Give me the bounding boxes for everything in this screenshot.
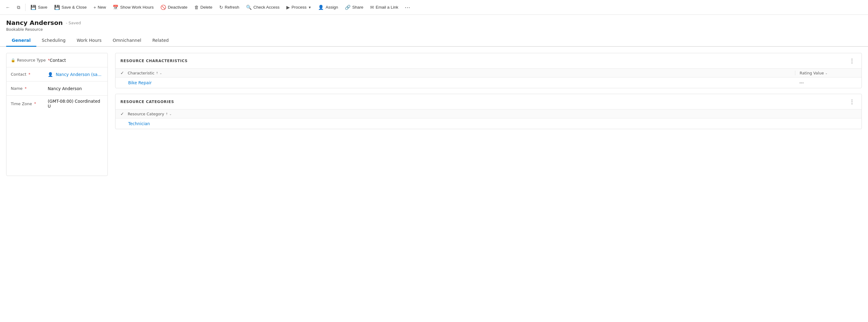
value-contact[interactable]: 👤 Nancy Anderson (sa... bbox=[48, 72, 101, 77]
save-button[interactable]: 💾 Save bbox=[27, 3, 51, 12]
back-button[interactable]: ← bbox=[2, 3, 13, 12]
toolbar-separator-1 bbox=[25, 4, 26, 11]
save-close-button[interactable]: 💾 Save & Close bbox=[51, 3, 90, 12]
value-name: Nancy Anderson bbox=[48, 86, 82, 91]
field-contact: Contact * 👤 Nancy Anderson (sa... bbox=[6, 67, 107, 81]
field-name: Name * Nancy Anderson bbox=[6, 81, 107, 96]
calendar-icon: 📅 bbox=[113, 5, 119, 10]
value-resource-type: Contact bbox=[50, 58, 66, 63]
check-access-button[interactable]: 🔍 Check Access bbox=[243, 3, 283, 12]
toolbar: ← ⧉ 💾 Save 💾 Save & Close + New 📅 Show W… bbox=[0, 0, 868, 15]
share-icon: 🔗 bbox=[345, 5, 351, 10]
lock-icon: 🔒 bbox=[11, 58, 16, 63]
cat-sort-desc-icon[interactable]: ⌄ bbox=[169, 112, 172, 116]
form-section: 🔒 Resource Type * Contact Contact * 👤 Na… bbox=[6, 53, 108, 176]
new-button[interactable]: + New bbox=[91, 3, 109, 12]
back-icon: ← bbox=[5, 5, 10, 10]
resource-characteristics-header: RESOURCE CHARACTERISTICS ⋮ bbox=[116, 53, 862, 69]
assign-icon: 👤 bbox=[318, 5, 324, 10]
label-name: Name * bbox=[11, 86, 48, 91]
value-time-zone: (GMT-08:00) Coordinated U bbox=[48, 99, 103, 109]
email-link-button[interactable]: ✉ Email a Link bbox=[367, 3, 402, 12]
resource-categories-panel: RESOURCE CATEGORIES ⋮ ✓ Resource Categor… bbox=[115, 94, 862, 129]
more-options-button[interactable]: ⋯ bbox=[402, 3, 412, 12]
record-subtitle: Bookable Resource bbox=[6, 27, 862, 32]
resource-categories-title: RESOURCE CATEGORIES bbox=[120, 100, 174, 104]
resource-categories-header: RESOURCE CATEGORIES ⋮ bbox=[116, 94, 862, 109]
sort-desc-icon[interactable]: ⌄ bbox=[159, 71, 162, 75]
table-row: Technician bbox=[116, 118, 862, 129]
row-check-spacer bbox=[120, 121, 124, 126]
category-column-header: Resource Category ↑ ⌄ bbox=[128, 112, 857, 116]
rating-value-column-header: Rating Value ⌄ bbox=[795, 71, 857, 75]
label-time-zone: Time Zone * bbox=[11, 102, 48, 106]
resource-categories-grid-header: ✓ Resource Category ↑ ⌄ bbox=[116, 109, 862, 118]
right-panels: RESOURCE CHARACTERISTICS ⋮ ✓ Characteris… bbox=[115, 53, 862, 176]
rating-value: --- bbox=[795, 80, 857, 85]
record-name: Nancy Anderson bbox=[6, 19, 63, 27]
tab-omnichannel[interactable]: Omnichannel bbox=[107, 35, 147, 47]
deactivate-button[interactable]: 🚫 Deactivate bbox=[157, 3, 191, 12]
assign-button[interactable]: 👤 Assign bbox=[315, 3, 341, 12]
check-access-icon: 🔍 bbox=[246, 5, 252, 10]
tab-scheduling[interactable]: Scheduling bbox=[36, 35, 71, 47]
process-button[interactable]: ▶ Process ▼ bbox=[283, 3, 315, 12]
field-resource-type: 🔒 Resource Type * Contact bbox=[6, 53, 107, 67]
resource-characteristics-title: RESOURCE CHARACTERISTICS bbox=[120, 59, 188, 63]
table-row: Bike Repair --- bbox=[116, 77, 862, 88]
chevron-down-icon: ▼ bbox=[308, 5, 312, 9]
cat-grid-check-icon: ✓ bbox=[120, 111, 124, 116]
save-icon: 💾 bbox=[30, 5, 36, 10]
contact-icon: 👤 bbox=[48, 72, 53, 77]
tab-work-hours[interactable]: Work Hours bbox=[71, 35, 107, 47]
grid-check-icon: ✓ bbox=[120, 70, 124, 75]
saved-status: - Saved bbox=[66, 21, 81, 25]
sort-asc-icon[interactable]: ↑ bbox=[156, 71, 158, 75]
row-check-spacer bbox=[120, 80, 124, 85]
record-title: Nancy Anderson - Saved bbox=[6, 19, 862, 27]
label-contact: Contact * bbox=[11, 72, 48, 77]
tab-related[interactable]: Related bbox=[147, 35, 174, 47]
resource-characteristics-panel: RESOURCE CHARACTERISTICS ⋮ ✓ Characteris… bbox=[115, 53, 862, 88]
required-star: * bbox=[25, 86, 27, 91]
resource-characteristics-grid-header: ✓ Characteristic ↑ ⌄ Rating Value ⌄ bbox=[116, 69, 862, 77]
record-header: Nancy Anderson - Saved Bookable Resource bbox=[0, 15, 868, 32]
refresh-icon: ↻ bbox=[219, 5, 223, 10]
popout-button[interactable]: ⧉ bbox=[14, 3, 23, 12]
required-star: * bbox=[34, 102, 36, 106]
field-time-zone: Time Zone * (GMT-08:00) Coordinated U bbox=[6, 96, 107, 112]
category-value[interactable]: Technician bbox=[128, 121, 857, 126]
tabs: General Scheduling Work Hours Omnichanne… bbox=[0, 35, 868, 47]
popout-icon: ⧉ bbox=[17, 5, 20, 10]
more-icon: ⋯ bbox=[405, 4, 410, 11]
delete-icon: 🗑 bbox=[194, 5, 199, 10]
resource-categories-more-button[interactable]: ⋮ bbox=[847, 98, 857, 106]
required-star: * bbox=[29, 72, 30, 77]
process-icon: ▶ bbox=[286, 5, 290, 10]
rating-sort-icon[interactable]: ⌄ bbox=[825, 71, 828, 75]
email-icon: ✉ bbox=[370, 5, 374, 10]
refresh-button[interactable]: ↻ Refresh bbox=[216, 3, 242, 12]
save-close-icon: 💾 bbox=[54, 5, 60, 10]
share-button[interactable]: 🔗 Share bbox=[342, 3, 366, 12]
main-content: 🔒 Resource Type * Contact Contact * 👤 Na… bbox=[0, 47, 868, 182]
resource-characteristics-more-button[interactable]: ⋮ bbox=[847, 57, 857, 65]
delete-button[interactable]: 🗑 Delete bbox=[191, 3, 216, 12]
show-work-hours-button[interactable]: 📅 Show Work Hours bbox=[110, 3, 157, 12]
deactivate-icon: 🚫 bbox=[160, 5, 166, 10]
new-icon: + bbox=[94, 5, 96, 10]
tab-general[interactable]: General bbox=[6, 35, 36, 47]
characteristic-value[interactable]: Bike Repair bbox=[128, 80, 795, 85]
cat-sort-asc-icon[interactable]: ↑ bbox=[165, 112, 168, 116]
label-resource-type: 🔒 Resource Type * bbox=[11, 58, 50, 63]
characteristic-column-header: Characteristic ↑ ⌄ bbox=[128, 71, 795, 75]
